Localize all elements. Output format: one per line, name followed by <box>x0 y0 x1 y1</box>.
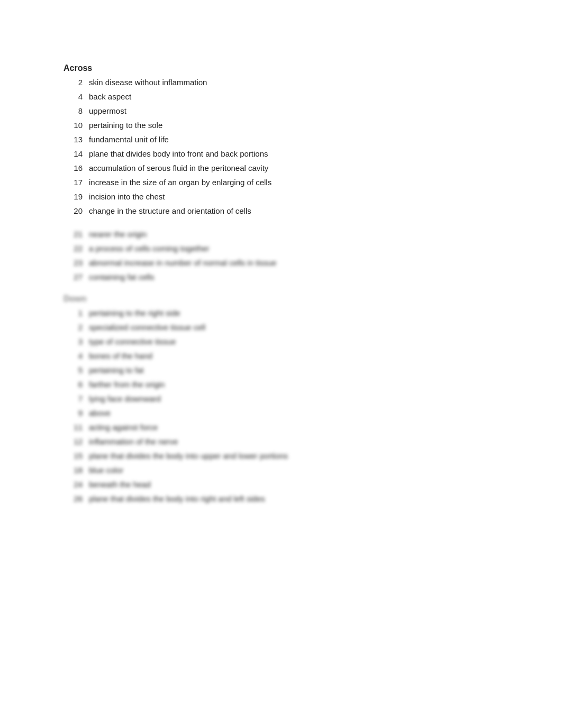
clue-number: 12 <box>64 435 83 448</box>
clue-number: 10 <box>64 119 83 132</box>
across-clue-item-blurred: 23abnormal increase in number of normal … <box>64 257 520 269</box>
clue-number: 26 <box>64 493 83 505</box>
clue-text: change in the structure and orientation … <box>89 205 251 217</box>
across-title: Across <box>64 63 520 73</box>
down-clue-item: 2specialized connective tissue cell <box>64 321 520 334</box>
clue-text: incision into the chest <box>89 190 165 203</box>
down-clue-item: 6farther from the origin <box>64 378 520 391</box>
clue-text: abnormal increase in number of normal ce… <box>89 257 276 269</box>
down-clue-item: 12inflammation of the nerve <box>64 435 520 448</box>
clue-text: lying face downward <box>89 393 161 405</box>
clue-text: plane that divides body into front and b… <box>89 148 268 160</box>
clue-text: fundamental unit of life <box>89 133 169 146</box>
clue-text: bones of the hand <box>89 350 152 362</box>
clue-text: pertaining to fat <box>89 364 143 377</box>
clue-number: 15 <box>64 450 83 462</box>
down-clue-item: 3type of connective tissue <box>64 335 520 348</box>
across-clue-item-blurred: 21nearer the origin <box>64 228 520 241</box>
across-clue-item: 19incision into the chest <box>64 190 520 203</box>
down-clue-item: 9above <box>64 407 520 420</box>
clue-number: 19 <box>64 190 83 203</box>
down-clue-item: 4bones of the hand <box>64 350 520 362</box>
clue-text: increase in the size of an organ by enla… <box>89 176 271 189</box>
clue-number: 11 <box>64 421 83 434</box>
clue-number: 2 <box>64 76 83 89</box>
clue-number: 6 <box>64 378 83 391</box>
across-clue-item: 16accumulation of serous fluid in the pe… <box>64 162 520 175</box>
down-clue-item: 11acting against force <box>64 421 520 434</box>
clue-number: 9 <box>64 407 83 420</box>
clue-text: beneath the head <box>89 478 151 491</box>
clue-text: type of connective tissue <box>89 335 176 348</box>
across-section: Across 2skin disease without inflammatio… <box>64 63 520 284</box>
across-clue-item: 4back aspect <box>64 90 520 103</box>
down-clue-item: 7lying face downward <box>64 393 520 405</box>
clue-number: 14 <box>64 148 83 160</box>
clue-text: blue color <box>89 464 123 477</box>
across-clue-item: 8uppermost <box>64 105 520 117</box>
clue-number: 22 <box>64 242 83 255</box>
down-clue-item: 5pertaining to fat <box>64 364 520 377</box>
clue-text: inflammation of the nerve <box>89 435 178 448</box>
clue-number: 4 <box>64 350 83 362</box>
across-clue-item-blurred: 27containing fat cells <box>64 271 520 284</box>
clue-text: a process of cells coming together <box>89 242 210 255</box>
across-clues-blurred: 21nearer the origin22a process of cells … <box>64 228 520 284</box>
across-clue-item: 13fundamental unit of life <box>64 133 520 146</box>
across-clues-clear: 2skin disease without inflammation4back … <box>64 76 520 217</box>
clue-text: pertaining to the right side <box>89 307 180 320</box>
clue-number: 2 <box>64 321 83 334</box>
clue-text: uppermost <box>89 105 126 117</box>
clue-text: specialized connective tissue cell <box>89 321 205 334</box>
clue-text: back aspect <box>89 90 131 103</box>
down-clue-item: 15plane that divides the body into upper… <box>64 450 520 462</box>
clue-text: above <box>89 407 111 420</box>
down-clue-item: 26plane that divides the body into right… <box>64 493 520 505</box>
clue-text: accumulation of serous fluid in the peri… <box>89 162 268 175</box>
clue-number: 23 <box>64 257 83 269</box>
across-clue-item: 17increase in the size of an organ by en… <box>64 176 520 189</box>
clue-text: skin disease without inflammation <box>89 76 207 89</box>
across-clue-item: 2skin disease without inflammation <box>64 76 520 89</box>
clue-number: 1 <box>64 307 83 320</box>
clue-text: pertaining to the sole <box>89 119 162 132</box>
clue-text: nearer the origin <box>89 228 147 241</box>
clue-number: 24 <box>64 478 83 491</box>
clue-number: 7 <box>64 393 83 405</box>
clue-number: 13 <box>64 133 83 146</box>
clue-text: plane that divides the body into right a… <box>89 493 265 505</box>
down-clue-item: 1pertaining to the right side <box>64 307 520 320</box>
clue-number: 16 <box>64 162 83 175</box>
clue-number: 8 <box>64 105 83 117</box>
across-clue-item-blurred: 22a process of cells coming together <box>64 242 520 255</box>
down-section: Down 1pertaining to the right side2speci… <box>64 294 520 505</box>
clue-text: acting against force <box>89 421 158 434</box>
down-clues: 1pertaining to the right side2specialize… <box>64 307 520 505</box>
clue-text: farther from the origin <box>89 378 165 391</box>
across-clue-item: 14plane that divides body into front and… <box>64 148 520 160</box>
down-clue-item: 18blue color <box>64 464 520 477</box>
across-clue-item: 20change in the structure and orientatio… <box>64 205 520 217</box>
clue-number: 21 <box>64 228 83 241</box>
clue-number: 20 <box>64 205 83 217</box>
clue-number: 17 <box>64 176 83 189</box>
down-title: Down <box>64 294 520 304</box>
clue-text: containing fat cells <box>89 271 154 284</box>
clue-number: 3 <box>64 335 83 348</box>
down-clue-item: 24beneath the head <box>64 478 520 491</box>
clue-number: 4 <box>64 90 83 103</box>
clue-number: 18 <box>64 464 83 477</box>
across-clue-item: 10pertaining to the sole <box>64 119 520 132</box>
clue-number: 5 <box>64 364 83 377</box>
clue-text: plane that divides the body into upper a… <box>89 450 288 462</box>
clue-number: 27 <box>64 271 83 284</box>
